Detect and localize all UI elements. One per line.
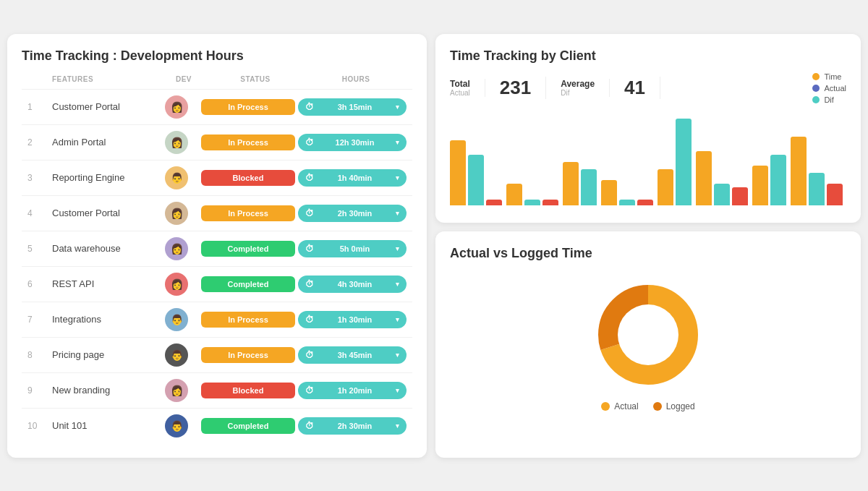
bar-group xyxy=(450,140,502,205)
hours-badge[interactable]: ⏱ 2h 30min ▾ xyxy=(298,205,407,222)
avatar: 👨 xyxy=(165,343,188,367)
hours-badge[interactable]: ⏱ 3h 45min ▾ xyxy=(298,346,407,364)
dropdown-arrow-icon[interactable]: ▾ xyxy=(396,245,399,252)
status-badge: Completed xyxy=(201,241,295,257)
donut-actual-dot xyxy=(601,402,610,411)
stats-row: Total Actual 231 Average Dif 41 Time xyxy=(450,72,846,104)
row-feature: Admin Portal xyxy=(52,137,152,148)
col-features: Features xyxy=(52,75,159,83)
bar-chart xyxy=(450,114,846,208)
bar-actual xyxy=(542,200,558,205)
dropdown-arrow-icon[interactable]: ▾ xyxy=(396,281,399,288)
row-num: 9 xyxy=(27,385,49,396)
clock-icon: ⏱ xyxy=(305,385,314,396)
bar-time xyxy=(696,151,712,205)
hours-value: 5h 0min xyxy=(340,244,370,253)
dropdown-arrow-icon[interactable]: ▾ xyxy=(396,210,399,217)
status-badge: In Process xyxy=(201,312,295,328)
bar-group xyxy=(791,137,843,205)
dropdown-arrow-icon[interactable]: ▾ xyxy=(396,351,399,359)
hours-value: 3h 45min xyxy=(338,351,373,359)
dropdown-arrow-icon[interactable]: ▾ xyxy=(396,139,399,146)
status-label: Completed xyxy=(201,276,295,292)
bar-dif xyxy=(714,184,730,205)
dropdown-arrow-icon[interactable]: ▾ xyxy=(396,316,399,323)
status-badge: Completed xyxy=(201,276,295,292)
total-stat: Total Actual xyxy=(450,79,485,97)
bar-time xyxy=(791,137,807,205)
legend-actual: Actual xyxy=(812,84,846,93)
table-row: 1 Customer Portal 👩 In Process ⏱ 3h 15mi… xyxy=(22,89,412,124)
status-badge: In Process xyxy=(201,347,295,363)
avatar: 👩 xyxy=(165,95,188,119)
avatar: 👩 xyxy=(165,237,188,260)
row-num: 6 xyxy=(27,279,49,289)
right-panel: Time Tracking by Client Total Actual 231… xyxy=(435,34,861,458)
table-row: 5 Data warehouse 👩 Completed ⏱ 5h 0min ▾ xyxy=(22,231,412,266)
donut-logged-label: Logged xyxy=(666,401,695,411)
status-label: In Process xyxy=(201,99,295,115)
hours-badge[interactable]: ⏱ 3h 15min ▾ xyxy=(298,98,407,116)
clock-icon: ⏱ xyxy=(305,421,314,431)
avg-stat: Average Dif xyxy=(561,79,610,97)
total-value: 231 xyxy=(500,77,531,99)
avg-label: Average xyxy=(561,79,595,89)
clock-icon: ⏱ xyxy=(305,279,314,289)
bar-time xyxy=(658,169,673,205)
hours-badge[interactable]: ⏱ 5h 0min ▾ xyxy=(298,240,407,257)
status-badge: In Process xyxy=(201,135,295,150)
table-row: 8 Pricing page 👨 In Process ⏱ 3h 45min ▾ xyxy=(22,337,412,372)
chart-legend: Time Actual Dif xyxy=(812,72,846,104)
donut-legend-logged: Logged xyxy=(653,401,695,411)
bar-time xyxy=(450,140,466,205)
hours-badge[interactable]: ⏱ 1h 20min ▾ xyxy=(298,382,407,399)
row-num: 8 xyxy=(27,350,49,360)
left-panel: Time Tracking : Development Hours Featur… xyxy=(7,34,427,458)
legend-actual-label: Actual xyxy=(824,84,846,93)
bar-time xyxy=(506,184,522,205)
row-feature: Unit 101 xyxy=(52,420,152,431)
status-label: Blocked xyxy=(201,383,295,398)
hours-badge[interactable]: ⏱ 1h 40min ▾ xyxy=(298,169,407,187)
hours-badge[interactable]: ⏱ 1h 30min ▾ xyxy=(298,311,407,328)
bar-group xyxy=(658,119,692,205)
bar-dif xyxy=(770,155,786,205)
dropdown-arrow-icon[interactable]: ▾ xyxy=(396,422,399,430)
bar-time xyxy=(601,180,617,205)
row-num: 7 xyxy=(27,315,49,325)
status-badge: Blocked xyxy=(201,170,295,186)
dropdown-arrow-icon[interactable]: ▾ xyxy=(396,387,399,394)
avatar: 👩 xyxy=(165,202,188,225)
dropdown-arrow-icon[interactable]: ▾ xyxy=(396,103,399,111)
left-panel-title: Time Tracking : Development Hours xyxy=(22,48,412,64)
top-chart-card: Time Tracking by Client Total Actual 231… xyxy=(435,34,861,223)
avatar: 👩 xyxy=(165,131,188,154)
hours-value: 2h 30min xyxy=(338,209,373,218)
hours-badge[interactable]: ⏱ 2h 30min ▾ xyxy=(298,417,407,435)
bar-actual xyxy=(827,184,843,205)
row-feature: Customer Portal xyxy=(52,208,152,218)
bar-group xyxy=(563,162,597,205)
hours-badge[interactable]: ⏱ 12h 30min ▾ xyxy=(298,134,407,151)
col-status: Status xyxy=(208,75,302,83)
status-label: Completed xyxy=(201,418,295,434)
hours-value: 12h 30min xyxy=(336,138,375,147)
bar-time xyxy=(752,166,768,205)
row-num: 1 xyxy=(27,102,49,112)
avatar: 👨 xyxy=(165,414,188,437)
legend-dif-label: Dif xyxy=(824,95,833,104)
clock-icon: ⏱ xyxy=(305,315,314,325)
bar-dif xyxy=(581,169,597,205)
dropdown-arrow-icon[interactable]: ▾ xyxy=(396,174,399,182)
row-feature: Integrations xyxy=(52,314,152,325)
hours-badge[interactable]: ⏱ 4h 30min ▾ xyxy=(298,276,407,293)
avatar: 👨 xyxy=(165,166,188,189)
hours-value: 3h 15min xyxy=(338,103,373,111)
clock-icon: ⏱ xyxy=(305,173,314,183)
table-header: Features Dev Status Hours xyxy=(22,75,412,89)
table-row: 2 Admin Portal 👩 In Process ⏱ 12h 30min … xyxy=(22,124,412,160)
bar-group xyxy=(601,180,653,205)
row-num: 5 xyxy=(27,244,49,254)
legend-time-label: Time xyxy=(824,72,841,81)
hours-value: 1h 20min xyxy=(338,386,373,395)
